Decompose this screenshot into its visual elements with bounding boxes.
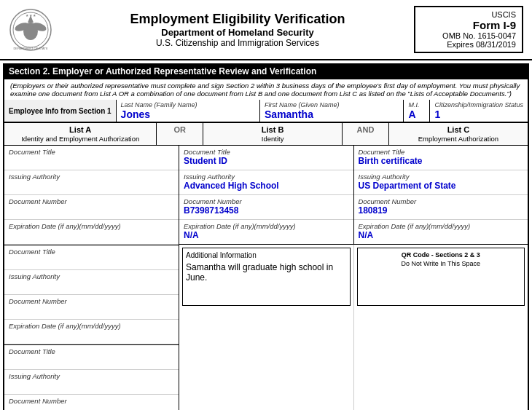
lista-exp-date-1-label: Expiration Date (if any)(mm/dd/yyyy) xyxy=(9,222,174,230)
or-divider: OR xyxy=(157,123,203,145)
lista-exp-date-2-value xyxy=(9,330,174,342)
first-name-field: First Name (Given Name) Samantha xyxy=(260,100,404,122)
section2-note: (Employers or their authorized represent… xyxy=(3,79,529,100)
listc-exp-date-label: Expiration Date (if any)(mm/dd/yyyy) xyxy=(359,222,524,230)
list-b-top-fields: Document Title Student ID Issuing Author… xyxy=(179,146,354,244)
lista-doc-title-1-label: Document Title xyxy=(9,148,174,156)
listb-issuing-auth-group: Issuing Authority Advanced High School xyxy=(179,170,353,195)
lista-issuing-auth-3-value xyxy=(9,380,174,392)
additional-info-area: Additional Information Samantha will gra… xyxy=(179,245,354,410)
lista-doc-title-2-group: Document Title xyxy=(4,245,179,270)
listb-doc-title-label: Document Title xyxy=(184,148,349,156)
list-a-label: List A xyxy=(69,125,91,134)
lista-exp-date-2-group: Expiration Date (if any)(mm/dd/yyyy) xyxy=(4,320,179,344)
last-name-label: Last Name (Family Name) xyxy=(121,101,255,109)
list-bc-top: Document Title Student ID Issuing Author… xyxy=(179,146,528,245)
main-content: Document Title Issuing Authority Documen… xyxy=(3,146,529,410)
listc-exp-date-group: Expiration Date (if any)(mm/dd/yyyy) N/A xyxy=(354,220,528,244)
listb-doc-title-value: Student ID xyxy=(184,156,349,167)
last-name-field: Last Name (Family Name) Jones xyxy=(117,100,260,122)
list-a-column: Document Title Issuing Authority Documen… xyxy=(4,146,179,410)
employee-info-row: Employee Info from Section 1 Last Name (… xyxy=(3,100,529,123)
list-c-label: List C xyxy=(447,125,470,134)
lista-issuing-auth-1-group: Issuing Authority xyxy=(4,170,179,195)
lista-doc-number-2-group: Document Number xyxy=(4,295,179,320)
list-a-header: List A Identity and Employment Authoriza… xyxy=(4,123,157,145)
lista-doc-number-3-group: Document Number xyxy=(4,395,179,410)
qr-code-area: QR Code - Sections 2 & 3 Do Not Write In… xyxy=(354,245,528,410)
listb-doc-number-label: Document Number xyxy=(184,197,349,205)
form-main-title: Employment Eligibility Verification xyxy=(61,12,414,27)
lista-doc-number-1-value xyxy=(9,205,174,217)
lista-issuing-auth-2-label: Issuing Authority xyxy=(9,272,174,280)
list-c-header: List C Employment Authorization xyxy=(389,123,528,145)
list-b-sub: Identity xyxy=(262,135,284,143)
employee-info-label: Employee Info from Section 1 xyxy=(4,100,117,122)
listb-issuing-auth-label: Issuing Authority xyxy=(184,173,349,181)
lista-exp-date-1-group: Expiration Date (if any)(mm/dd/yyyy) xyxy=(4,220,179,245)
lista-doc-number-3-value xyxy=(9,405,174,410)
qr-line1: QR Code - Sections 2 & 3 xyxy=(402,251,480,259)
mi-value: A xyxy=(408,109,425,120)
svg-text:★ ★ ★: ★ ★ ★ xyxy=(26,13,37,17)
listc-issuing-auth-value: US Department of State xyxy=(359,181,524,192)
lista-doc-number-2-value xyxy=(9,305,174,317)
lista-issuing-auth-2-value xyxy=(9,280,174,292)
section2-heading: Section 2. Employer or Authorized Repres… xyxy=(3,63,529,79)
list-bc-area: Document Title Student ID Issuing Author… xyxy=(179,146,528,410)
listc-doc-title-value: Birth certificate xyxy=(359,156,524,167)
mi-field: M.I. A xyxy=(404,100,430,122)
listc-doc-number-label: Document Number xyxy=(359,197,524,205)
form-number: Form I-9 xyxy=(421,19,516,31)
list-c-sub: Employment Authorization xyxy=(418,135,498,143)
lista-doc-number-1-label: Document Number xyxy=(9,197,174,205)
and-divider: AND xyxy=(343,123,389,145)
lista-issuing-auth-2-group: Issuing Authority xyxy=(4,270,179,295)
form-id-box: USCIS Form I-9 OMB No. 1615-0047 Expires… xyxy=(414,6,523,53)
list-b-label: List B xyxy=(262,125,284,134)
listc-doc-number-value: 180819 xyxy=(359,205,524,217)
lista-doc-title-2-value xyxy=(9,256,174,267)
lista-doc-title-3-value xyxy=(9,355,174,367)
omb-number: OMB No. 1615-0047 xyxy=(421,31,516,40)
lista-doc-title-3-label: Document Title xyxy=(9,347,174,355)
uscis-label: USCIS xyxy=(421,10,516,19)
listc-doc-number-group: Document Number 180819 xyxy=(354,195,528,220)
listb-doc-number-group: Document Number B7398713458 xyxy=(179,195,353,220)
citizenship-value: 1 xyxy=(434,109,523,120)
list-c-top-fields: Document Title Birth certificate Issuing… xyxy=(354,146,528,244)
lista-doc-title-1-value xyxy=(9,156,174,167)
lista-doc-title-1-group: Document Title xyxy=(4,146,179,170)
form-dept: Department of Homeland Security xyxy=(61,27,414,38)
qr-line2: Do Not Write In This Space xyxy=(401,260,480,267)
listb-doc-number-value: B7398713458 xyxy=(184,205,349,217)
listb-exp-date-value: N/A xyxy=(184,230,349,242)
lista-issuing-auth-1-label: Issuing Authority xyxy=(9,173,174,181)
list-b-header: List B Identity xyxy=(203,123,343,145)
listb-exp-date-label: Expiration Date (if any)(mm/dd/yyyy) xyxy=(184,222,349,230)
lista-doc-number-3-label: Document Number xyxy=(9,397,174,405)
expires-date: Expires 08/31/2019 xyxy=(421,40,516,49)
additional-info-label: Additional Information xyxy=(186,251,347,259)
lista-issuing-auth-3-group: Issuing Authority xyxy=(4,370,179,395)
mi-label: M.I. xyxy=(408,101,425,109)
header: ★ ★ ★ DEPARTMENT OF STATE Employment Eli… xyxy=(0,0,532,60)
form-agency: U.S. Citizenship and Immigration Service… xyxy=(61,38,414,48)
lista-doc-title-3-group: Document Title xyxy=(4,344,179,370)
uscis-seal: ★ ★ ★ DEPARTMENT OF STATE xyxy=(9,8,52,52)
qr-code-box: QR Code - Sections 2 & 3 Do Not Write In… xyxy=(357,248,525,306)
lista-doc-number-1-group: Document Number xyxy=(4,195,179,220)
lista-issuing-auth-1-value xyxy=(9,181,174,192)
listc-doc-title-label: Document Title xyxy=(359,148,524,156)
header-center: Employment Eligibility Verification Depa… xyxy=(61,12,414,48)
listb-exp-date-group: Expiration Date (if any)(mm/dd/yyyy) N/A xyxy=(179,220,353,244)
listb-issuing-auth-value: Advanced High School xyxy=(184,181,349,192)
additional-info-value: Samantha will graduate high school in Ju… xyxy=(186,262,347,283)
citizenship-field: Citizenship/Immigration Status 1 xyxy=(430,100,528,122)
lista-exp-date-2-label: Expiration Date (if any)(mm/dd/yyyy) xyxy=(9,322,174,330)
list-bc-bottom: Additional Information Samantha will gra… xyxy=(179,245,528,410)
listc-doc-title-group: Document Title Birth certificate xyxy=(354,146,528,170)
lista-issuing-auth-3-label: Issuing Authority xyxy=(9,372,174,380)
svg-text:DEPARTMENT OF STATE: DEPARTMENT OF STATE xyxy=(13,47,48,50)
citizenship-label: Citizenship/Immigration Status xyxy=(434,101,523,109)
